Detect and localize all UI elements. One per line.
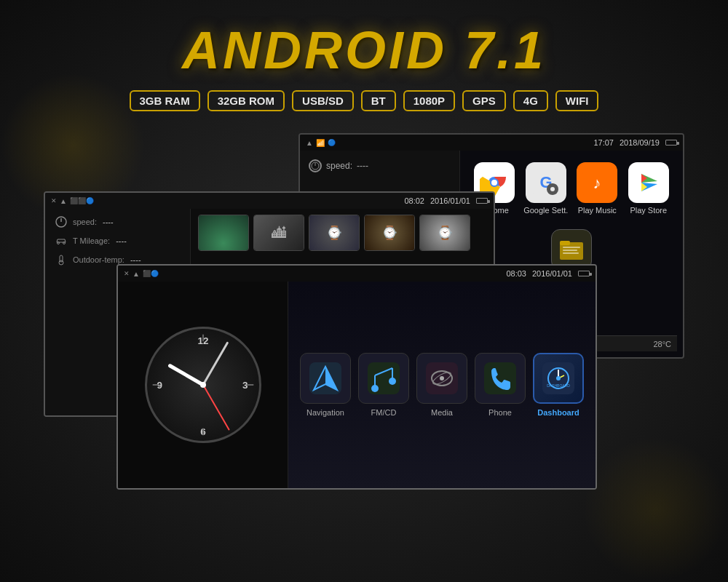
spec-badge-gps: GPS — [462, 90, 506, 111]
svg-point-9 — [550, 187, 555, 191]
spec-badge-1080p: 1080P — [403, 90, 455, 111]
nav-app-media[interactable]: Media — [416, 353, 467, 417]
svg-point-21 — [58, 242, 60, 244]
play-store-label: Play Store — [630, 206, 667, 215]
nav-app-phone[interactable]: Phone — [475, 353, 526, 417]
google-settings-icon-box: G — [526, 162, 566, 203]
screen-front-statusbar: ✕ ▲ ⬛🔵 08:03 2016/01/01 — [118, 266, 596, 282]
svg-point-40 — [371, 385, 379, 392]
dashboard-label: Dashboard — [537, 408, 579, 417]
outdoor-temp-label: Outdoor-temp: — [73, 255, 124, 264]
status-front-right: 08:03 2016/01/01 — [506, 269, 590, 278]
nav-apps-grid: Navigation — [300, 353, 584, 417]
battery-icon — [665, 140, 677, 146]
x-front-icon: ✕ — [124, 270, 130, 277]
status-mid-left: ✕ ▲ ⬛⬛🔵 — [51, 197, 94, 205]
temp-display: 28°C — [653, 340, 671, 348]
svg-rect-15 — [560, 241, 570, 245]
analog-clock: 12 3 6 9 — [145, 327, 261, 443]
svg-rect-17 — [563, 250, 577, 251]
screen-mid-date: 2016/01/01 — [430, 196, 470, 205]
play-store-icon — [634, 168, 663, 197]
svg-rect-16 — [563, 247, 580, 248]
car-mid-icon — [55, 235, 67, 247]
app-play-store[interactable]: Play Store — [626, 162, 672, 215]
speed-label: speed: — [326, 161, 352, 171]
fmcd-icon-box — [358, 353, 409, 404]
screen-back-date: 2018/09/19 — [620, 138, 660, 147]
mileage-label: T Mileage: — [73, 236, 110, 245]
speed-row: speed: ---- — [309, 159, 451, 172]
phone-icon-box — [475, 353, 526, 404]
fmcd-label: FM/CD — [371, 408, 397, 417]
spec-badge-wifi: WIFI — [555, 90, 599, 111]
svg-text:♪: ♪ — [593, 174, 601, 192]
play-music-label: Play Music — [578, 206, 617, 215]
wallpaper-thumbs: 🏙 ⌚ ⌚ ⌚ — [191, 209, 494, 257]
icons-row: ⬛⬛🔵 — [70, 197, 94, 204]
navigation-icon-box — [300, 353, 351, 404]
status-left-icons: ▲ 📶 🔵 — [306, 139, 336, 147]
svg-point-5 — [491, 180, 497, 186]
nav-app-fmcd[interactable]: FM/CD — [358, 353, 409, 417]
phone-label: Phone — [488, 408, 512, 417]
media-icon — [426, 362, 458, 394]
nav-app-dashboard[interactable]: DASHBOARD Dashboard — [533, 353, 584, 417]
media-label: Media — [431, 408, 453, 417]
speedometer-mid-icon — [55, 216, 67, 228]
status-mid-right: 08:02 2016/01/01 — [404, 196, 488, 205]
navigation-label: Navigation — [306, 408, 344, 417]
main-title: ANDROID 7.1 — [0, 20, 728, 80]
screen-back-statusbar: ▲ 📶 🔵 17:07 2018/09/19 — [300, 135, 683, 151]
nav-apps-section: Navigation — [288, 282, 596, 488]
wallpaper-thumb-5[interactable]: ⌚ — [419, 215, 470, 251]
google-settings-label: Google Sett. — [523, 206, 568, 215]
google-settings-icon: G — [532, 169, 560, 196]
play-music-icon-box: ♪ — [577, 162, 617, 203]
status-front-left: ✕ ▲ ⬛🔵 — [124, 270, 159, 278]
play-store-icon-box — [628, 162, 669, 203]
dashboard-icon: DASHBOARD — [542, 362, 574, 394]
svg-rect-18 — [563, 252, 579, 254]
wallpaper-thumb-4[interactable]: ⌚ — [364, 215, 415, 251]
wifi-mid-icon: ▲ — [60, 197, 67, 205]
wallpaper-thumb-3[interactable]: ⌚ — [309, 215, 360, 251]
spec-badge-bt: BT — [361, 90, 396, 111]
screen-front-body: 12 3 6 9 — [118, 282, 596, 488]
screen-front: ✕ ▲ ⬛🔵 08:03 2016/01/01 12 3 6 — [116, 264, 597, 490]
fmcd-icon — [368, 362, 400, 394]
screen-back-time: 17:07 — [593, 138, 614, 147]
media-icon-box — [416, 353, 467, 404]
wallpaper-thumb-2[interactable]: 🏙 — [253, 215, 304, 251]
x-icon: ✕ — [51, 197, 57, 204]
mileage-info-row: T Mileage: ---- — [55, 235, 180, 247]
svg-rect-12 — [634, 168, 663, 197]
screen-front-time: 08:03 — [506, 269, 526, 278]
battery-front-icon — [578, 271, 590, 276]
status-right-info: 17:07 2018/09/19 — [593, 138, 677, 147]
clock-center-dot — [200, 382, 206, 388]
svg-point-41 — [389, 378, 396, 385]
screens-container: ▲ 📶 🔵 17:07 2018/09/19 — [0, 133, 728, 519]
wifi-icon: ▲ — [306, 139, 313, 147]
phone-icon — [484, 362, 516, 394]
speedometer-icon — [309, 159, 322, 172]
mileage-val: ---- — [116, 236, 127, 245]
screen-mid-statusbar: ✕ ▲ ⬛⬛🔵 08:02 2016/01/01 — [45, 193, 494, 209]
spec-badge-4g: 4G — [513, 90, 548, 111]
play-music-icon: ♪ — [582, 168, 612, 197]
icons-front-row: ⬛🔵 — [143, 270, 159, 277]
nav-app-navigation[interactable]: Navigation — [300, 353, 351, 417]
spec-badge-rom: 32GB ROM — [207, 90, 285, 111]
outdoor-temp-val: ---- — [130, 255, 141, 264]
signal-icon: 📶 — [316, 139, 325, 147]
screen-front-date: 2016/01/01 — [532, 269, 572, 278]
app-google-settings[interactable]: G Google Sett. — [523, 162, 569, 215]
wallpaper-thumb-1[interactable] — [198, 215, 249, 251]
app-play-music[interactable]: ♪ Play Music — [574, 162, 620, 215]
svg-point-45 — [440, 376, 444, 380]
battery-mid-icon — [476, 198, 488, 204]
clock-section: 12 3 6 9 — [118, 282, 288, 488]
speed-info-row: speed: ---- — [55, 216, 180, 228]
speed-mid-label: speed: — [73, 218, 97, 226]
